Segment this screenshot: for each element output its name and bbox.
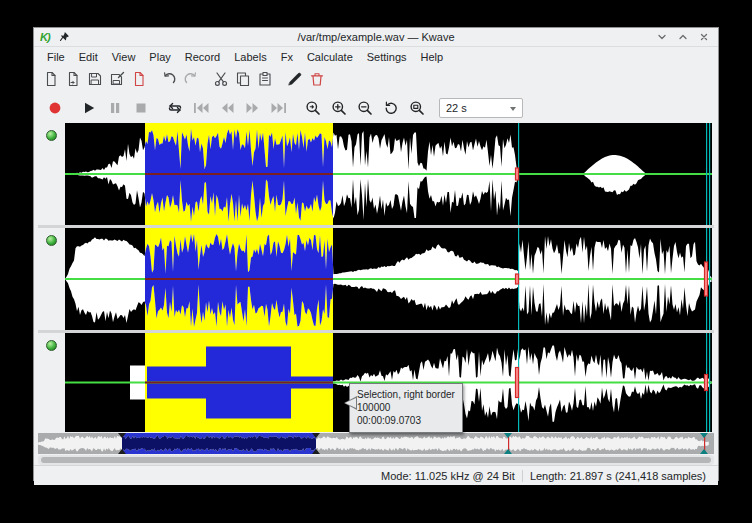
save-as-icon [109,71,125,87]
copy-icon [235,71,251,87]
save-button[interactable] [85,69,105,89]
new-file-icon [43,71,59,87]
status-mode: Mode: 11.025 kHz @ 24 Bit [374,470,522,482]
stop-icon [134,101,148,115]
tooltip-line-2: 100000 [357,401,455,414]
pause-icon [108,101,122,115]
pause-button[interactable] [103,96,127,120]
overview-bar[interactable] [38,433,714,454]
stop-button[interactable] [129,96,153,120]
scrollbar-thumb[interactable] [41,457,711,463]
save-icon [87,71,103,87]
statusbar: Mode: 11.025 kHz @ 24 Bit Length: 21.897… [34,465,718,485]
kwave-window: K) /var/tmp/example.wav — Kwave FileEdit… [33,27,719,481]
menu-calculate[interactable]: Calculate [300,49,360,65]
open-file-button[interactable] [63,69,83,89]
delete-button[interactable] [307,69,327,89]
zoom-previous-button[interactable] [379,96,403,120]
track-area: Selection, right border 100000 00:00:09.… [38,123,714,433]
undo-button[interactable] [159,69,179,89]
skip-end-icon [270,101,288,115]
zoom-selection-button[interactable] [301,96,325,120]
playback-toolbar: 22 s [34,92,718,123]
menu-fx[interactable]: Fx [274,49,300,65]
menu-settings[interactable]: Settings [360,49,414,65]
menu-help[interactable]: Help [414,49,451,65]
menu-view[interactable]: View [105,49,143,65]
track-enabled-led[interactable] [46,340,57,351]
status-length: Length: 21.897 s (241,418 samples) [523,470,713,482]
menu-labels[interactable]: Labels [227,49,273,65]
redo-button[interactable] [181,69,201,89]
skip-start-icon [192,101,210,115]
minimize-button[interactable] [656,31,668,43]
zoom-duration-value: 22 s [446,102,467,114]
paste-button[interactable] [255,69,275,89]
zoom-in-button[interactable] [327,96,351,120]
skip-end-button[interactable] [267,96,291,120]
rewind-button[interactable] [215,96,239,120]
waveform-track-1[interactable] [65,123,712,225]
track-controls-1 [38,123,65,225]
track-enabled-led[interactable] [46,235,57,246]
zoom-out-button[interactable] [353,96,377,120]
track-row-2 [38,228,714,330]
cut-button[interactable] [211,69,231,89]
loop-icon [166,101,184,115]
undo-icon [161,71,177,87]
menu-record[interactable]: Record [178,49,227,65]
loop-button[interactable] [163,96,187,120]
menu-edit[interactable]: Edit [72,49,105,65]
zoom-all-icon [409,100,425,116]
copy-button[interactable] [233,69,253,89]
menu-file[interactable]: File [40,49,72,65]
waveform-track-2[interactable] [65,228,712,330]
horizontal-scrollbar[interactable] [38,455,714,465]
pen-icon [287,71,303,87]
trash-icon [309,71,325,87]
window-title: /var/tmp/example.wav — Kwave [34,31,718,43]
rewind-icon [218,101,236,115]
zoom-in-icon [331,100,347,116]
forward-button[interactable] [241,96,265,120]
close-file-icon [131,71,147,87]
maximize-button[interactable] [677,31,689,43]
new-file-button[interactable] [41,69,61,89]
close-file-button[interactable] [129,69,149,89]
skip-start-button[interactable] [189,96,213,120]
zoom-revert-icon [383,100,399,116]
record-icon [48,101,62,115]
save-as-button[interactable] [107,69,127,89]
cut-icon [213,71,229,87]
paste-icon [257,71,273,87]
file-toolbar [34,66,718,92]
track-row-1 [38,123,714,225]
menubar: FileEditViewPlayRecordLabelsFxCalculateS… [34,47,718,66]
zoom-duration-combobox[interactable]: 22 s [439,98,523,118]
close-button[interactable] [698,31,710,43]
zoom-all-button[interactable] [405,96,429,120]
chevron-down-icon [510,107,516,111]
track-enabled-led[interactable] [46,130,57,141]
forward-icon [244,101,262,115]
window-controls [656,31,710,43]
open-file-icon [65,71,81,87]
redo-icon [183,71,199,87]
play-icon [82,101,96,115]
track-controls-2 [38,228,65,330]
insert-mode-button[interactable] [285,69,305,89]
tooltip-line-3: 00:00:09.0703 [357,414,455,427]
tooltip-line-1: Selection, right border [357,388,455,401]
track-controls-3 [38,333,65,432]
titlebar[interactable]: K) /var/tmp/example.wav — Kwave [34,28,718,47]
zoom-selection-icon [305,100,321,116]
record-button[interactable] [43,96,67,120]
play-button[interactable] [77,96,101,120]
zoom-out-icon [357,100,373,116]
selection-tooltip: Selection, right border 100000 00:00:09.… [349,383,463,433]
menu-play[interactable]: Play [142,49,177,65]
